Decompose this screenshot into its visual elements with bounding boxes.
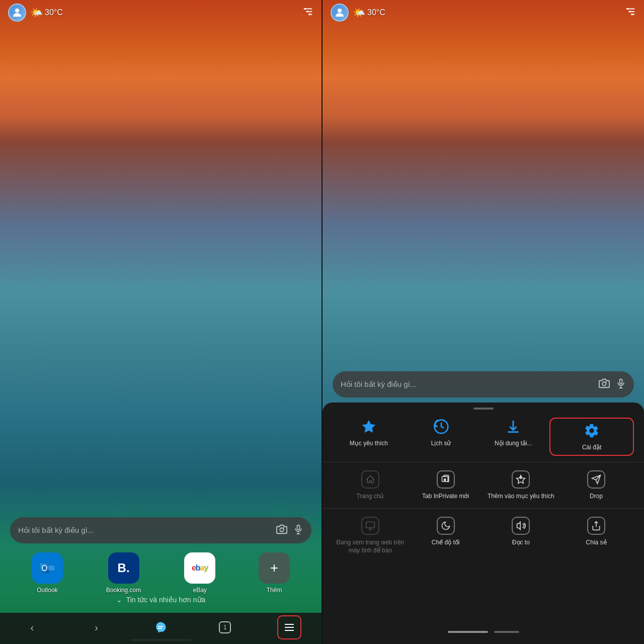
filter-icon-right [625, 6, 636, 20]
mic-icon-right[interactable] [616, 378, 626, 391]
add-favorite-icon [512, 470, 530, 489]
app-dock: Outlook B. Booking.com ebay eBay + Thêm [10, 552, 311, 594]
menu-top-row: Mục yêu thích Lịch sử [323, 410, 644, 462]
booking-icon: B. [108, 552, 139, 584]
news-arrow: ⌄ [116, 596, 122, 604]
ebay-label: eBay [193, 587, 206, 594]
temperature-text-right: 30°C [367, 8, 385, 17]
menu-middle-row: Trang chủ Tab InPrivate mới [323, 462, 644, 509]
tab-badge: 1 [219, 621, 231, 633]
menu-bottom-row: Đang xem trang web trên máy tính để bàn … [323, 509, 644, 562]
history-icon [433, 418, 449, 436]
menu-settings[interactable]: Cài đặt [549, 418, 634, 456]
svg-marker-31 [362, 420, 376, 433]
drop-icon [587, 470, 605, 489]
inprivate-label: Tab InPrivate mới [422, 493, 469, 501]
app-item-more[interactable]: + Thêm [259, 552, 290, 594]
svg-rect-28 [620, 379, 622, 383]
read-aloud-label: Đọc to [512, 539, 530, 547]
status-bar-left: 🌤️ 30°C [0, 0, 321, 25]
desktop-icon [361, 517, 379, 535]
gear-icon [584, 422, 600, 440]
status-right-icons [302, 6, 313, 20]
tab-count-button[interactable]: 1 [213, 615, 237, 639]
home-bar-2 [494, 631, 519, 633]
back-button[interactable]: ‹ [20, 615, 44, 639]
menu-button[interactable] [277, 615, 301, 639]
star-icon [361, 418, 377, 436]
wallpaper-bg [0, 0, 321, 644]
svg-point-15 [42, 566, 46, 571]
booking-label: Booking.com [106, 587, 141, 594]
outlook-label: Outlook [37, 587, 57, 594]
search-bar[interactable]: Hỏi tôi bất kỳ điều gì... [10, 517, 311, 543]
temperature-text: 30°C [45, 8, 63, 17]
svg-rect-38 [366, 522, 375, 528]
search-placeholder: Hỏi tôi bất kỳ điều gì... [18, 526, 270, 535]
svg-point-25 [629, 11, 631, 13]
downloads-label: Nội dung tải... [495, 440, 532, 448]
menu-dark-mode[interactable]: Chế độ tối [408, 517, 484, 554]
app-item-booking[interactable]: B. Booking.com [106, 552, 141, 594]
svg-point-24 [627, 8, 629, 10]
add-fav-label: Thêm vào mục yêu thích [488, 493, 554, 501]
svg-point-5 [306, 11, 308, 13]
copilot-button[interactable] [148, 615, 173, 639]
menu-add-fav[interactable]: Thêm vào mục yêu thích [484, 470, 559, 501]
menu-read-aloud[interactable]: Đọc to [484, 517, 559, 554]
camera-search-icon[interactable] [276, 524, 287, 537]
svg-point-0 [15, 9, 19, 13]
news-hint: ⌄ Tin tức và nhiều hơn nữa [0, 596, 321, 604]
home-label: Trang chủ [356, 493, 384, 501]
right-phone-panel: 🌤️ 30°C Hỏi tôi bất kỳ điều gì... [323, 0, 644, 644]
share-icon [587, 517, 605, 535]
outlook-icon [32, 552, 63, 584]
favorites-label: Mục yêu thích [350, 440, 388, 448]
svg-point-20 [338, 9, 342, 13]
filter-icon [302, 6, 313, 20]
more-label: Thêm [267, 587, 282, 594]
camera-search-icon-right[interactable] [599, 378, 610, 391]
weather-icon-right: 🌤️ [353, 7, 365, 19]
menu-share[interactable]: Chia sẻ [558, 517, 634, 554]
svg-point-7 [280, 528, 283, 531]
home-icon [361, 470, 379, 489]
home-bar-1 [448, 631, 488, 633]
desktop-label: Đang xem trang web trên máy tính để bàn [333, 539, 408, 554]
bottom-sheet-menu: Mục yêu thích Lịch sử [323, 403, 644, 644]
mic-icon[interactable] [293, 524, 303, 537]
read-aloud-icon [512, 517, 530, 535]
svg-rect-8 [297, 525, 300, 529]
status-right-icons-right [625, 6, 636, 20]
news-text: Tin tức và nhiều hơn nữa [126, 596, 206, 604]
menu-desktop-view[interactable]: Đang xem trang web trên máy tính để bàn [333, 517, 408, 554]
menu-inprivate[interactable]: Tab InPrivate mới [408, 470, 484, 501]
history-label: Lịch sử [431, 440, 451, 448]
share-label: Chia sẻ [586, 539, 607, 547]
weather-icon: 🌤️ [30, 7, 43, 19]
search-placeholder-right: Hỏi tôi bất kỳ điều gì... [341, 380, 593, 389]
forward-button[interactable]: › [85, 615, 109, 639]
bottom-bar-left: ‹ › 1 [0, 613, 321, 644]
settings-label: Cài đặt [582, 444, 601, 452]
svg-point-6 [309, 13, 311, 15]
dark-mode-label: Chế độ tối [432, 539, 460, 547]
inprivate-icon [437, 470, 455, 489]
download-icon [505, 418, 521, 436]
app-item-outlook[interactable]: Outlook [32, 552, 63, 594]
menu-drop[interactable]: Drop [558, 470, 634, 501]
menu-favorites[interactable]: Mục yêu thích [333, 418, 405, 456]
svg-point-27 [602, 382, 606, 385]
menu-downloads[interactable]: Nội dung tải... [477, 418, 550, 456]
svg-point-4 [304, 8, 306, 10]
search-bar-right[interactable]: Hỏi tôi bất kỳ điều gì... [333, 371, 634, 397]
menu-home[interactable]: Trang chủ [333, 470, 408, 501]
menu-history[interactable]: Lịch sử [405, 418, 477, 456]
left-phone-panel: 🌤️ 30°C Hỏi tôi bất kỳ điều gì... [0, 0, 321, 644]
status-bar-right: 🌤️ 30°C [323, 0, 644, 25]
svg-marker-35 [517, 475, 525, 483]
drop-label: Drop [590, 493, 603, 501]
app-item-ebay[interactable]: ebay eBay [184, 552, 215, 594]
avatar-right [331, 4, 349, 22]
moon-icon [437, 517, 455, 535]
